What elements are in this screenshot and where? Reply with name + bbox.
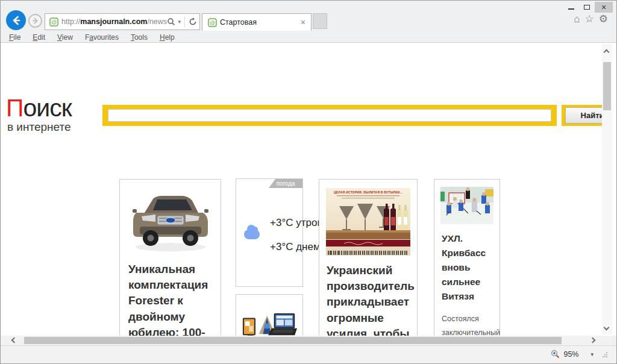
site-logo: Поиск в интернете <box>6 96 72 133</box>
forward-button[interactable] <box>28 14 42 28</box>
vertical-scrollbar-thumb[interactable] <box>603 62 611 110</box>
search-icon[interactable] <box>167 17 175 26</box>
scroll-up-icon[interactable] <box>604 49 610 55</box>
zoom-control[interactable]: 95% ▾ <box>551 350 608 359</box>
back-arrow-icon <box>11 15 22 26</box>
tab-startovaya[interactable]: @ Стартовая × <box>202 13 312 31</box>
url-path: /news/ <box>147 17 167 26</box>
news-card-hockey[interactable]: УХЛ. Кривбасс вновь сильнее Витязя Состо… <box>434 179 500 336</box>
svg-text:@: @ <box>210 19 216 25</box>
new-tab-button[interactable] <box>313 13 327 29</box>
home-icon[interactable]: ⌂ <box>574 14 580 24</box>
horizontal-scrollbar-thumb[interactable] <box>24 337 562 344</box>
news-title[interactable]: Украинский производитель прикладывает ог… <box>319 256 417 336</box>
logo-accent-letter: П <box>6 94 23 122</box>
news-card-forester[interactable]: Уникальная комплектация Forester к двойн… <box>119 179 221 336</box>
laptops-image <box>242 308 297 336</box>
favorites-star-icon[interactable]: ☆ <box>585 14 594 24</box>
forward-arrow-icon <box>31 17 39 25</box>
browser-window: × @ http://mansjournaln.com/news/ ▾ <box>0 0 617 364</box>
cloud-icon <box>244 230 260 239</box>
site-favicon-icon: @ <box>49 17 58 27</box>
news-snippet: Состоялся заключительный поединок 15-го … <box>434 304 500 336</box>
wine-ad-image: ЦЕЛАЯ ИСТОРИЯ, ВЫЛИТАЯ В БУТЫЛКИ... <box>326 188 410 256</box>
news-card-wine[interactable]: ЦЕЛАЯ ИСТОРИЯ, ВЫЛИТАЯ В БУТЫЛКИ... Укра… <box>319 179 418 336</box>
svg-text:@: @ <box>51 19 57 25</box>
refresh-icon[interactable] <box>189 17 197 26</box>
menu-view[interactable]: View <box>57 33 73 42</box>
forester-car-image <box>125 188 216 256</box>
settings-gear-icon[interactable]: ⚙ <box>599 14 608 24</box>
url-scheme: http:// <box>61 17 80 26</box>
scroll-down-icon[interactable] <box>604 325 610 331</box>
logo-title: Поиск <box>6 96 72 121</box>
menu-tools[interactable]: Tools <box>131 33 148 42</box>
hockey-image <box>440 187 493 224</box>
resize-grip-icon[interactable] <box>602 351 608 357</box>
back-button[interactable] <box>6 10 26 30</box>
menu-help[interactable]: Help <box>160 33 175 42</box>
weather-day: +3°C днем <box>270 241 321 253</box>
news-title[interactable]: УХЛ. Кривбасс вновь сильнее Витязя <box>434 224 500 304</box>
weather-badge: погода <box>269 179 302 188</box>
menu-edit[interactable]: Edit <box>33 33 45 42</box>
vertical-scrollbar[interactable] <box>602 44 612 334</box>
navigation-bar: @ http://mansjournaln.com/news/ ▾ @ Стар… <box>1 9 616 32</box>
page-content: Поиск в интернете Найти <box>1 43 617 336</box>
zoom-dropdown-icon[interactable]: ▾ <box>590 351 594 357</box>
news-card-laptops[interactable] <box>236 294 303 336</box>
zoom-magnifier-icon <box>551 350 560 359</box>
menu-file[interactable]: File <box>9 33 20 42</box>
search-box <box>102 105 557 126</box>
menu-bar: FileEditViewFavouritesToolsHelp <box>1 32 616 43</box>
address-divider <box>184 16 185 27</box>
weather-morning: +3°C утром <box>270 217 324 229</box>
tab-favicon-icon: @ <box>208 18 217 27</box>
url-host: mansjournaln.com <box>80 17 147 26</box>
news-title[interactable]: Уникальная комплектация Forester к двойн… <box>120 256 221 336</box>
tab-close-icon[interactable]: × <box>299 17 307 27</box>
logo-subtitle: в интернете <box>7 121 72 133</box>
zoom-level: 95% <box>563 350 578 359</box>
address-bar[interactable]: @ http://mansjournaln.com/news/ ▾ <box>45 13 200 30</box>
weather-card: погода +3°C утром +3°C днем <box>236 178 303 287</box>
horizontal-scrollbar[interactable] <box>1 336 612 345</box>
menu-favourites[interactable]: Favourites <box>85 33 119 42</box>
scroll-left-icon[interactable] <box>11 337 17 344</box>
url-text: http://mansjournaln.com/news/ <box>61 17 167 26</box>
scroll-right-icon[interactable] <box>590 337 596 344</box>
search-input[interactable] <box>108 109 551 122</box>
search-dropdown-icon[interactable]: ▾ <box>178 19 181 25</box>
logo-rest: оиск <box>23 94 71 122</box>
tab-title: Стартовая <box>220 18 299 27</box>
wine-ad-headline: ЦЕЛАЯ ИСТОРИЯ, ВЫЛИТАЯ В БУТЫЛКИ... <box>326 190 410 194</box>
status-bar: 95% ▾ <box>1 345 616 363</box>
